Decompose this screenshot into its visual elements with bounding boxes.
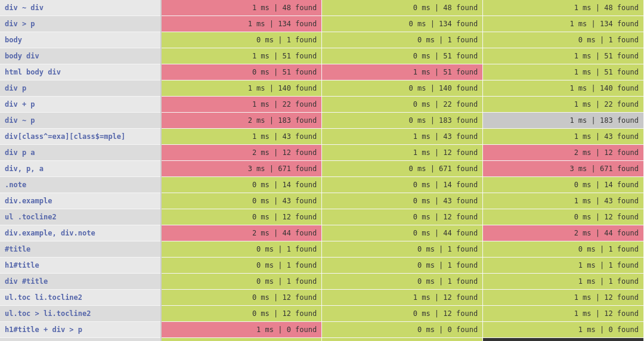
table-row: div > p1 ms | 134 found0 ms | 134 found1… bbox=[0, 16, 644, 32]
result-cell-2: 0 ms | 1 found bbox=[322, 241, 483, 258]
table-row: ul.toc li.tocline20 ms | 12 found1 ms | … bbox=[0, 290, 644, 306]
results-table: div ~ div1 ms | 48 found0 ms | 48 found1… bbox=[0, 0, 644, 341]
result-cell-3: 1 ms | 43 found bbox=[483, 193, 644, 209]
result-cell-3: 1 ms | 43 found bbox=[483, 129, 644, 145]
selector-cell: h1[id]:contains(Selectors) bbox=[0, 338, 161, 342]
result-cell-3: 1 ms | 12 found bbox=[483, 290, 644, 306]
result-cell-1: 2 ms | 12 found bbox=[161, 145, 322, 161]
result-cell-3: 1 ms | 51 found bbox=[483, 64, 644, 80]
result-cell-2: 1 ms | 12 found bbox=[322, 290, 483, 306]
table-row: div[class^=exa][class$=mple]1 ms | 43 fo… bbox=[0, 129, 644, 145]
result-cell-3: 1 ms | error returned bbox=[483, 338, 644, 342]
result-cell-3: 1 ms | 48 found bbox=[483, 0, 644, 16]
result-cell-2: 0 ms | 671 found bbox=[322, 161, 483, 177]
table-row: div.example0 ms | 43 found0 ms | 43 foun… bbox=[0, 193, 644, 209]
result-cell-2: 1 ms | 12 found bbox=[322, 145, 483, 161]
result-cell-3: 1 ms | 12 found bbox=[483, 306, 644, 322]
result-cell-3: 2 ms | 44 found bbox=[483, 225, 644, 241]
selector-cell: div ~ div bbox=[0, 0, 161, 16]
result-cell-2: 0 ms | 48 found bbox=[322, 0, 483, 16]
result-cell-1: 0 ms | 51 found bbox=[161, 64, 322, 80]
selector-cell: body div bbox=[0, 48, 161, 64]
table-row: body div1 ms | 51 found0 ms | 51 found1 … bbox=[0, 48, 644, 64]
result-cell-2: 0 ms | 1 found bbox=[322, 274, 483, 290]
result-cell-1: 0 ms | 12 found bbox=[161, 306, 322, 322]
result-cell-3: 0 ms | 12 found bbox=[483, 209, 644, 225]
result-cell-2: 0 ms | 43 found bbox=[322, 193, 483, 209]
result-cell-1: 0 ms | 1 found bbox=[161, 274, 322, 290]
result-cell-1: 0 ms | 14 found bbox=[161, 177, 322, 193]
selector-cell: div.example, div.note bbox=[0, 225, 161, 241]
result-cell-1: 0 ms | 1 found bbox=[161, 338, 322, 342]
result-cell-2: 0 ms | 14 found bbox=[322, 177, 483, 193]
result-cell-2: 0 ms | 134 found bbox=[322, 16, 483, 32]
result-cell-2: 0 ms | 12 found bbox=[322, 209, 483, 225]
result-cell-1: 0 ms | 1 found bbox=[161, 241, 322, 258]
result-cell-3: 1 ms | 134 found bbox=[483, 16, 644, 32]
selector-cell: ul .tocline2 bbox=[0, 209, 161, 225]
table-row: #title0 ms | 1 found0 ms | 1 found0 ms |… bbox=[0, 241, 644, 258]
result-cell-3: 3 ms | 671 found bbox=[483, 161, 644, 177]
result-cell-2: 0 ms | 44 found bbox=[322, 225, 483, 241]
table-row: html body div0 ms | 51 found1 ms | 51 fo… bbox=[0, 64, 644, 80]
selector-cell: html body div bbox=[0, 64, 161, 80]
selector-cell: body bbox=[0, 32, 161, 48]
selector-cell: div > p bbox=[0, 16, 161, 32]
selector-cell: div + p bbox=[0, 97, 161, 113]
result-cell-1: 1 ms | 0 found bbox=[161, 322, 322, 338]
table-row: div.example, div.note2 ms | 44 found0 ms… bbox=[0, 225, 644, 241]
result-cell-1: 1 ms | 43 found bbox=[161, 129, 322, 145]
selector-cell: ul.toc li.tocline2 bbox=[0, 290, 161, 306]
result-cell-2: 1 ms | 51 found bbox=[322, 64, 483, 80]
table-row: ul .tocline20 ms | 12 found0 ms | 12 fou… bbox=[0, 209, 644, 225]
result-cell-1: 2 ms | 183 found bbox=[161, 113, 322, 129]
result-cell-1: 1 ms | 48 found bbox=[161, 0, 322, 16]
table-row: ul.toc > li.tocline20 ms | 12 found0 ms … bbox=[0, 306, 644, 322]
selector-cell: div #title bbox=[0, 274, 161, 290]
table-row: div ~ div1 ms | 48 found0 ms | 48 found1… bbox=[0, 0, 644, 16]
result-cell-2: 0 ms | 1 found bbox=[322, 338, 483, 342]
results-table-container[interactable]: div ~ div1 ms | 48 found0 ms | 48 found1… bbox=[0, 0, 644, 341]
selector-cell: h1#title bbox=[0, 258, 161, 274]
result-cell-1: 1 ms | 51 found bbox=[161, 48, 322, 64]
result-cell-1: 0 ms | 12 found bbox=[161, 209, 322, 225]
result-cell-1: 0 ms | 1 found bbox=[161, 258, 322, 274]
selector-cell: div p a bbox=[0, 145, 161, 161]
table-row: h1[id]:contains(Selectors)0 ms | 1 found… bbox=[0, 338, 644, 342]
result-cell-2: 0 ms | 183 found bbox=[322, 113, 483, 129]
table-row: h1#title + div > p1 ms | 0 found0 ms | 0… bbox=[0, 322, 644, 338]
table-row: div + p1 ms | 22 found0 ms | 22 found1 m… bbox=[0, 97, 644, 113]
result-cell-3: 0 ms | 1 found bbox=[483, 241, 644, 258]
result-cell-2: 1 ms | 43 found bbox=[322, 129, 483, 145]
selector-cell: h1#title + div > p bbox=[0, 322, 161, 338]
result-cell-2: 0 ms | 1 found bbox=[322, 258, 483, 274]
result-cell-3: 1 ms | 1 found bbox=[483, 274, 644, 290]
result-cell-2: 0 ms | 22 found bbox=[322, 97, 483, 113]
result-cell-3: 1 ms | 51 found bbox=[483, 48, 644, 64]
result-cell-3: 1 ms | 140 found bbox=[483, 80, 644, 97]
result-cell-3: 1 ms | 1 found bbox=[483, 258, 644, 274]
result-cell-3: 0 ms | 14 found bbox=[483, 177, 644, 193]
table-row: div p a2 ms | 12 found1 ms | 12 found2 m… bbox=[0, 145, 644, 161]
selector-cell: div.example bbox=[0, 193, 161, 209]
result-cell-1: 1 ms | 140 found bbox=[161, 80, 322, 97]
selector-cell: div, p, a bbox=[0, 161, 161, 177]
table-row: div ~ p2 ms | 183 found0 ms | 183 found1… bbox=[0, 113, 644, 129]
result-cell-3: 1 ms | 0 found bbox=[483, 322, 644, 338]
result-cell-1: 2 ms | 44 found bbox=[161, 225, 322, 241]
selector-cell: .note bbox=[0, 177, 161, 193]
result-cell-1: 0 ms | 1 found bbox=[161, 32, 322, 48]
table-row: h1#title0 ms | 1 found0 ms | 1 found1 ms… bbox=[0, 258, 644, 274]
result-cell-2: 0 ms | 1 found bbox=[322, 32, 483, 48]
selector-cell: div ~ p bbox=[0, 113, 161, 129]
result-cell-1: 3 ms | 671 found bbox=[161, 161, 322, 177]
result-cell-1: 0 ms | 12 found bbox=[161, 290, 322, 306]
selector-cell: #title bbox=[0, 241, 161, 258]
result-cell-2: 0 ms | 140 found bbox=[322, 80, 483, 97]
result-cell-2: 0 ms | 0 found bbox=[322, 322, 483, 338]
result-cell-1: 1 ms | 134 found bbox=[161, 16, 322, 32]
result-cell-3: 1 ms | 183 found bbox=[483, 113, 644, 129]
table-row: body0 ms | 1 found0 ms | 1 found0 ms | 1… bbox=[0, 32, 644, 48]
result-cell-3: 0 ms | 1 found bbox=[483, 32, 644, 48]
table-row: div, p, a3 ms | 671 found0 ms | 671 foun… bbox=[0, 161, 644, 177]
